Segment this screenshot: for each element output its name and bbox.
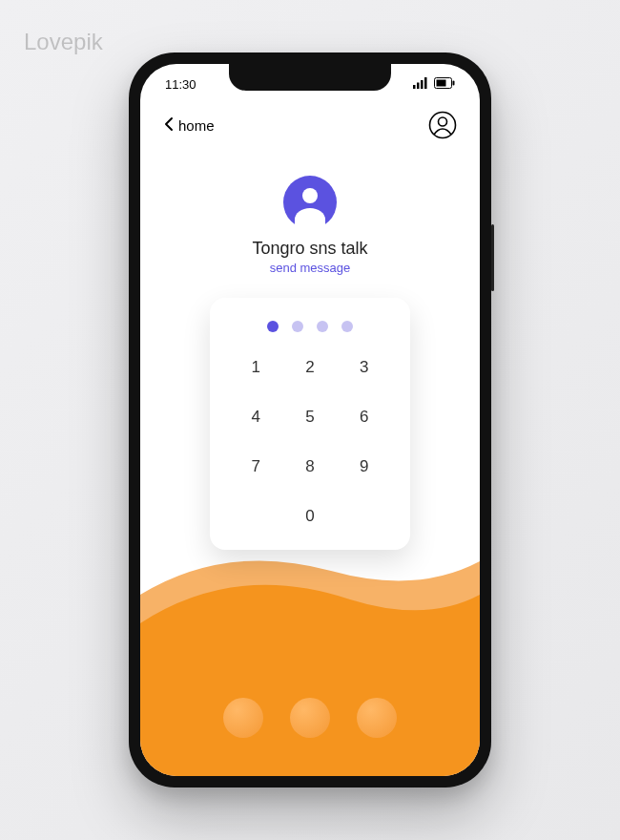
svg-rect-1 bbox=[417, 83, 420, 90]
phone-side-button bbox=[491, 224, 494, 291]
contact-avatar bbox=[283, 176, 337, 229]
svg-rect-3 bbox=[424, 77, 427, 89]
keypad-grid: 1 2 3 4 5 6 7 8 9 0 bbox=[229, 351, 391, 533]
key-0[interactable]: 0 bbox=[291, 500, 329, 533]
pin-dot-4 bbox=[341, 321, 353, 332]
key-5[interactable]: 5 bbox=[291, 401, 329, 433]
watermark-corner: Lovepik bbox=[24, 29, 103, 55]
phone-screen: 11:30 home bbox=[140, 64, 480, 776]
contact-name: Tongro sns talk bbox=[252, 239, 367, 259]
phone-frame: 11:30 home bbox=[129, 52, 491, 788]
status-time: 11:30 bbox=[165, 77, 196, 92]
chevron-left-icon bbox=[163, 116, 175, 135]
pin-indicator bbox=[229, 321, 391, 332]
key-9[interactable]: 9 bbox=[345, 451, 383, 483]
action-button-3[interactable] bbox=[357, 698, 397, 738]
keypad-card: 1 2 3 4 5 6 7 8 9 0 bbox=[210, 298, 410, 550]
key-2[interactable]: 2 bbox=[291, 351, 329, 384]
action-button-2[interactable] bbox=[290, 698, 330, 738]
key-4[interactable]: 4 bbox=[237, 401, 275, 433]
battery-icon bbox=[434, 77, 455, 92]
back-button[interactable]: home bbox=[163, 116, 215, 135]
pin-dot-2 bbox=[292, 321, 303, 332]
svg-point-8 bbox=[439, 117, 447, 126]
pin-dot-3 bbox=[317, 321, 328, 332]
svg-rect-5 bbox=[437, 80, 446, 87]
key-3[interactable]: 3 bbox=[345, 351, 383, 384]
svg-rect-6 bbox=[453, 81, 455, 86]
back-label: home bbox=[178, 117, 215, 134]
content-area: Tongro sns talk send message 1 2 3 4 5 6… bbox=[140, 158, 480, 550]
bottom-action-bar bbox=[140, 698, 480, 738]
svg-rect-0 bbox=[413, 85, 416, 89]
key-6[interactable]: 6 bbox=[345, 401, 383, 433]
status-icons bbox=[413, 77, 455, 92]
phone-notch bbox=[229, 64, 391, 91]
key-8[interactable]: 8 bbox=[291, 451, 329, 483]
signal-icon bbox=[413, 77, 428, 92]
svg-rect-2 bbox=[421, 80, 424, 89]
key-1[interactable]: 1 bbox=[237, 351, 275, 384]
nav-bar: home bbox=[140, 92, 480, 158]
key-7[interactable]: 7 bbox=[237, 451, 275, 483]
send-message-link[interactable]: send message bbox=[270, 261, 351, 275]
profile-button[interactable] bbox=[428, 111, 457, 139]
action-button-1[interactable] bbox=[223, 698, 263, 738]
pin-dot-1 bbox=[267, 321, 279, 332]
user-circle-icon bbox=[428, 111, 457, 139]
